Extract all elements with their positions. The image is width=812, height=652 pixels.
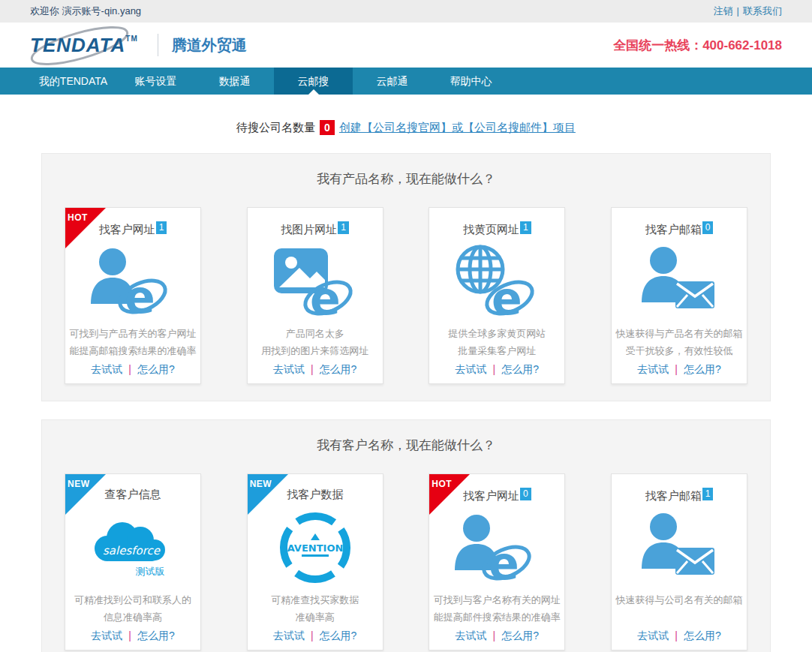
- card-row: NEW 查客户信息 salesforce 测试版: [65, 473, 747, 650]
- svg-text:e: e: [492, 272, 522, 319]
- try-it-link[interactable]: 去试试: [91, 363, 122, 375]
- card-description: 可找到与客户名称有关的网址能提高邮件搜索结果的准确率: [429, 591, 564, 626]
- welcome-text: 欢迎你 演示账号-qin.yang: [30, 5, 141, 18]
- card-find-customer-urls: HOT 找客户网址1 e 可找到与产品有关的客户网址能提高邮箱搜索结果的准确率 …: [65, 207, 201, 384]
- new-ribbon: NEW: [65, 474, 106, 515]
- create-project-link[interactable]: 创建【公司名搜官网】或【公司名搜邮件】项目: [339, 121, 576, 135]
- card-description: 快速获得与公司名有关的邮箱: [612, 591, 747, 626]
- image-ie-icon: e: [271, 244, 359, 319]
- card-find-customer-emails: 找客户邮箱1 快速获得与公司名有关的邮箱 去试试|怎么用?: [611, 473, 747, 650]
- try-it-link[interactable]: 去试试: [273, 363, 305, 375]
- card-description: 可找到与产品有关的客户网址能提高邮箱搜索结果的准确率: [65, 325, 200, 359]
- section-customer-name: 我有客户名称，现在能做什么？ NEW 查客户信息: [41, 419, 771, 652]
- card-check-customer-info: NEW 查客户信息 salesforce 测试版: [65, 473, 201, 650]
- section-title: 我有客户名称，现在能做什么？: [65, 437, 747, 454]
- nav-item-data-service[interactable]: 数据通: [195, 68, 274, 95]
- link-separator: |: [493, 629, 496, 641]
- card-find-customer-urls: HOT 找客户网址0 e 可找到与客户名称有关的网址能提高邮件搜索结果的准确率 …: [429, 473, 565, 650]
- how-to-use-link[interactable]: 怎么用?: [320, 629, 357, 641]
- contact-us-link[interactable]: 联系我们: [743, 5, 782, 17]
- count-badge: 0: [702, 221, 714, 234]
- main-nav: 我的TENDATA 账号设置 数据通 云邮搜 云邮通 帮助中心: [0, 68, 812, 95]
- count-badge: 1: [338, 221, 349, 234]
- try-it-link[interactable]: 去试试: [273, 629, 305, 641]
- logo-tm: TM: [125, 35, 137, 43]
- how-to-use-link[interactable]: 怎么用?: [320, 363, 357, 375]
- product-name: 腾道外贸通: [172, 35, 247, 56]
- try-it-link[interactable]: 去试试: [91, 629, 122, 641]
- try-it-link[interactable]: 去试试: [456, 629, 487, 641]
- logout-link[interactable]: 注销: [714, 5, 733, 17]
- card-description: 提供全球多家黄页网站批量采集客户网址: [429, 325, 564, 359]
- hotline-text: 全国统一热线：400-662-1018: [613, 37, 782, 54]
- header-divider: [158, 34, 158, 56]
- try-it-link[interactable]: 去试试: [637, 363, 669, 375]
- card-description: 可精准查找买家数据准确率高: [248, 591, 383, 626]
- card-row: HOT 找客户网址1 e 可找到与产品有关的客户网址能提高邮箱搜索结果的准确率 …: [65, 207, 747, 384]
- person-ie-icon: e: [89, 244, 177, 319]
- card-description: 可精准找到公司和联系人的信息准确率高: [65, 591, 200, 626]
- card-find-customer-data: NEW 找客户数据 AVENTION 可精准查找买家数据准确率高 去试试|怎么用…: [247, 473, 383, 650]
- avention-icon: AVENTION: [276, 509, 354, 587]
- how-to-use-link[interactable]: 怎么用?: [137, 629, 175, 641]
- salesforce-icon: salesforce: [88, 517, 178, 568]
- link-separator: |: [493, 363, 496, 375]
- notice-label: 待搜公司名数量: [236, 121, 315, 135]
- how-to-use-link[interactable]: 怎么用?: [501, 629, 539, 641]
- how-to-use-link[interactable]: 怎么用?: [684, 629, 721, 641]
- card-find-yellowpage-urls: 找黄页网址1 e: [429, 207, 565, 384]
- person-mail-icon: [635, 510, 723, 585]
- link-separator: |: [128, 363, 131, 375]
- section-title: 我有产品名称，现在能做什么？: [65, 170, 747, 188]
- hot-ribbon: HOT: [65, 208, 106, 248]
- svg-text:e: e: [489, 537, 519, 585]
- tendata-logo[interactable]: TENDATATM: [30, 35, 138, 55]
- card-title: 找黄页网址1: [429, 221, 564, 238]
- how-to-use-link[interactable]: 怎么用?: [501, 363, 539, 375]
- try-it-link[interactable]: 去试试: [456, 363, 487, 375]
- link-separator: |: [311, 363, 314, 375]
- how-to-use-link[interactable]: 怎么用?: [137, 363, 175, 375]
- header: TENDATATM 腾道外贸通 全国统一热线：400-662-1018: [0, 23, 812, 68]
- count-badge: 0: [520, 488, 531, 500]
- person-ie-icon: e: [453, 510, 541, 585]
- count-badge: 1: [156, 221, 167, 234]
- hot-ribbon: HOT: [429, 474, 470, 515]
- svg-text:AVENTION: AVENTION: [287, 542, 343, 554]
- card-title: 找客户邮箱1: [612, 488, 747, 504]
- topbar: 欢迎你 演示账号-qin.yang 注销|联系我们: [0, 0, 812, 23]
- link-separator: |: [675, 363, 678, 375]
- nav-item-help-center[interactable]: 帮助中心: [432, 68, 510, 95]
- page: 欢迎你 演示账号-qin.yang 注销|联系我们 TENDATATM 腾道外贸…: [0, 0, 812, 652]
- nav-item-my-tendata[interactable]: 我的TENDATA: [30, 68, 116, 95]
- svg-text:e: e: [125, 271, 155, 319]
- notice-count-badge: 0: [320, 120, 335, 135]
- svg-text:salesforce: salesforce: [103, 544, 161, 557]
- link-separator: |: [311, 629, 314, 641]
- nav-item-account-settings[interactable]: 账号设置: [116, 68, 195, 95]
- card-description: 产品同名太多用找到的图片来筛选网址: [248, 325, 383, 359]
- logo-text: TENDATATM: [30, 35, 138, 55]
- card-title: 找图片网址1: [248, 221, 383, 238]
- link-separator: |: [128, 629, 131, 641]
- pending-search-notice: 待搜公司名数量 0 创建【公司名搜官网】或【公司名搜邮件】项目: [0, 120, 812, 135]
- nav-item-cloud-mail[interactable]: 云邮通: [353, 68, 432, 95]
- how-to-use-link[interactable]: 怎么用?: [684, 363, 721, 375]
- card-title: 找客户邮箱0: [612, 221, 747, 238]
- svg-text:e: e: [310, 272, 341, 319]
- try-it-link[interactable]: 去试试: [637, 629, 669, 641]
- card-find-image-urls: 找图片网址1 e 产品同名太多用找到的图片来筛选网址 去试试|怎么用?: [247, 207, 383, 384]
- person-mail-icon: [635, 244, 723, 319]
- globe-ie-icon: e: [453, 244, 541, 319]
- count-badge: 1: [520, 221, 531, 234]
- topbar-separator: |: [737, 5, 739, 17]
- link-separator: |: [675, 629, 678, 641]
- card-description: 快速获得与产品名有关的邮箱受干扰较多，有效性较低: [612, 325, 747, 359]
- section-product-name: 我有产品名称，现在能做什么？ HOT 找客户网址1 e 可找到与产品: [41, 153, 771, 401]
- nav-item-cloud-mail-search[interactable]: 云邮搜: [274, 68, 353, 95]
- new-ribbon: NEW: [248, 474, 288, 515]
- salesforce-trial-caption: 测试版: [136, 565, 165, 578]
- count-badge: 1: [702, 488, 714, 500]
- card-find-customer-emails: 找客户邮箱0 快速获得与产品名有关的邮箱受干扰较多，有效性较低 去试试|怎么用?: [611, 207, 747, 384]
